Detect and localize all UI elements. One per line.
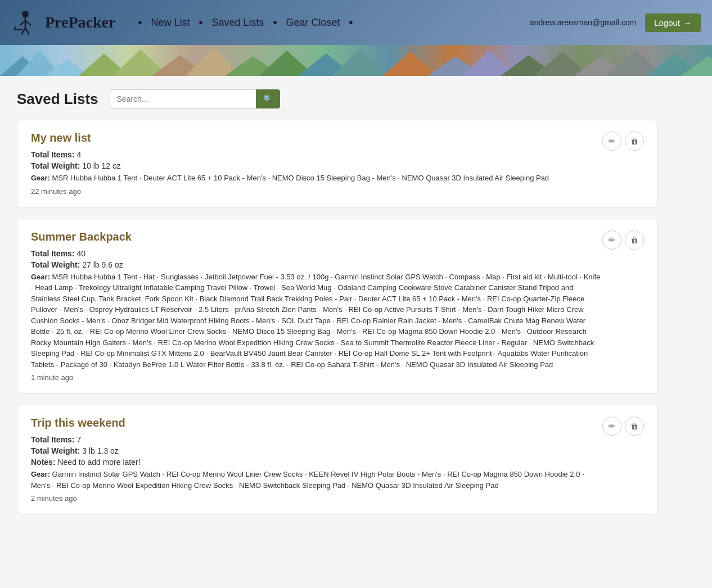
list-card-body: Summer Backpack Total Items: 40 Total We… xyxy=(31,230,602,382)
list-timestamp: 22 minutes ago xyxy=(31,187,549,196)
brand-name: PrePacker xyxy=(45,13,115,31)
list-gear: Gear: MSR Hubba Hubba 1 Tent · Deuter AC… xyxy=(31,173,549,184)
list-actions: ✏ 🗑 xyxy=(602,132,644,151)
edit-list-button[interactable]: ✏ xyxy=(602,132,621,151)
mountains-svg xyxy=(0,45,712,76)
list-actions: ✏ 🗑 xyxy=(602,230,644,250)
list-total-items: Total Items: 4 xyxy=(31,150,549,159)
list-name: Trip this weekend xyxy=(31,417,602,429)
nav-dot-1: • xyxy=(138,16,142,29)
mountains-banner xyxy=(0,45,712,76)
list-total-weight: Total Weight: 10 lb 12 oz xyxy=(31,161,549,170)
user-email: andrew.arensman@gmail.com xyxy=(530,18,636,27)
logout-label: Logout xyxy=(654,18,680,28)
svg-marker-19 xyxy=(382,52,439,76)
nav-dot-4: • xyxy=(349,16,353,29)
list-total-weight: Total Weight: 3 lb 1.3 oz xyxy=(31,446,602,455)
list-total-weight: Total Weight: 27 lb 9.6 oz xyxy=(31,260,602,269)
list-card-header: Summer Backpack Total Items: 40 Total We… xyxy=(31,230,644,382)
list-gear: Gear: MSR Hubba Hubba 1 Tent · Hat · Sun… xyxy=(31,272,602,370)
edit-list-button[interactable]: ✏ xyxy=(602,230,621,250)
svg-point-0 xyxy=(22,11,29,17)
svg-line-2 xyxy=(20,21,25,25)
list-notes: Notes: Need to add more later! xyxy=(31,458,602,467)
nav-dot-3: • xyxy=(273,16,277,29)
svg-marker-18 xyxy=(332,49,388,76)
nav-gear-closet[interactable]: Gear Closet xyxy=(286,17,340,29)
main-content: Saved Lists 🔍 My new list Total Items: 4… xyxy=(0,76,675,539)
page-header: Saved Lists 🔍 xyxy=(17,89,658,108)
svg-line-5 xyxy=(25,28,29,34)
nav-new-list[interactable]: New List xyxy=(151,17,190,29)
nav-right: andrew.arensman@gmail.com Logout → xyxy=(530,13,701,32)
list-card-header: My new list Total Items: 4 Total Weight:… xyxy=(31,132,644,196)
list-gear: Gear: Garmin Instinct Solar GPS Watch · … xyxy=(31,469,602,491)
search-input[interactable] xyxy=(110,89,256,108)
delete-list-button[interactable]: 🗑 xyxy=(625,132,644,151)
navbar: PrePacker • New List • Saved Lists • Gea… xyxy=(0,0,712,45)
logo: PrePacker xyxy=(11,8,115,37)
list-card-body: My new list Total Items: 4 Total Weight:… xyxy=(31,132,549,196)
list-card: My new list Total Items: 4 Total Weight:… xyxy=(17,120,658,207)
search-bar: 🔍 xyxy=(110,89,280,108)
list-total-items: Total Items: 7 xyxy=(31,435,602,444)
list-timestamp: 2 minutes ago xyxy=(31,494,602,503)
edit-list-button[interactable]: ✏ xyxy=(602,417,621,436)
list-name: My new list xyxy=(31,132,549,144)
list-card-body: Trip this weekend Total Items: 7 Total W… xyxy=(31,417,602,503)
delete-list-button[interactable]: 🗑 xyxy=(625,417,644,436)
list-actions: ✏ 🗑 xyxy=(602,417,644,436)
logout-arrow-icon: → xyxy=(683,18,692,28)
nav-dot-2: • xyxy=(199,16,202,29)
list-name: Summer Backpack xyxy=(31,230,602,243)
list-card: Summer Backpack Total Items: 40 Total We… xyxy=(17,219,658,394)
logo-icon xyxy=(11,8,39,37)
logout-button[interactable]: Logout → xyxy=(645,13,701,32)
page-title: Saved Lists xyxy=(17,91,98,108)
nav-saved-lists[interactable]: Saved Lists xyxy=(211,17,264,29)
svg-line-4 xyxy=(21,28,25,34)
delete-list-button[interactable]: 🗑 xyxy=(625,230,644,250)
list-timestamp: 1 minute ago xyxy=(31,373,602,382)
search-icon: 🔍 xyxy=(263,94,273,103)
list-card: Trip this weekend Total Items: 7 Total W… xyxy=(17,405,658,514)
nav-links: • New List • Saved Lists • Gear Closet • xyxy=(138,16,529,29)
list-total-items: Total Items: 40 xyxy=(31,249,602,258)
list-card-header: Trip this weekend Total Items: 7 Total W… xyxy=(31,417,644,503)
search-button[interactable]: 🔍 xyxy=(256,89,280,108)
svg-line-3 xyxy=(25,21,31,25)
